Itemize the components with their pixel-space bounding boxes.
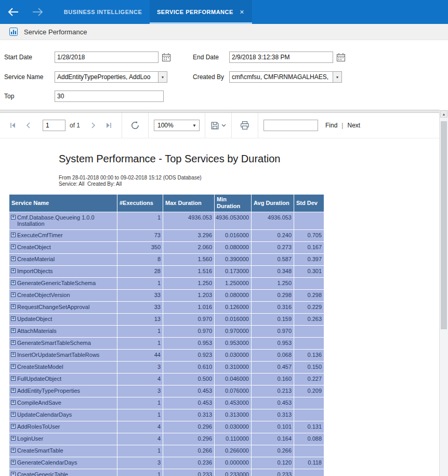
created-by-combobox[interactable]: cmf\cmfsu, CMF\RNMAGALHAES, ▼ [229, 71, 342, 83]
forward-arrow-icon [32, 7, 44, 17]
export-button[interactable] [210, 121, 226, 130]
expand-plus-icon[interactable]: + [11, 304, 16, 309]
vertical-scrollbar[interactable]: ▲ [439, 110, 448, 476]
start-date-input[interactable] [55, 52, 159, 63]
expand-plus-icon[interactable]: + [11, 280, 16, 285]
print-button[interactable] [237, 118, 253, 133]
cell-value: 0.313 [252, 409, 294, 421]
service-name: CreateSmartTable [17, 447, 63, 454]
report-viewer-toolbar: of 1 100% ▼ [0, 113, 439, 138]
expand-plus-icon[interactable]: + [11, 352, 16, 357]
expand-plus-icon[interactable]: + [11, 472, 16, 476]
cell-value: 1 [117, 278, 163, 290]
expand-plus-icon[interactable]: + [11, 292, 16, 297]
cell-value: 1.250000 [215, 278, 252, 290]
next-match-button[interactable]: Next [347, 122, 360, 129]
cell-value: 0.016000 [215, 314, 252, 326]
table-row: +GenerateGenericTableSchema11.2501.25000… [9, 278, 324, 290]
cell-value: 0.118 [294, 457, 324, 469]
find-button[interactable]: Find [325, 122, 337, 129]
scrollbar-thumb[interactable] [441, 121, 447, 329]
service-name: AttachMaterials [17, 328, 57, 334]
cell-value: 1 [117, 212, 163, 230]
tab-service-performance[interactable]: SERVICE PERFORMANCE ✕ [150, 0, 252, 24]
expand-plus-icon[interactable]: + [11, 412, 16, 417]
cell-value: 0.213 [252, 385, 294, 397]
service-name-cell: +Cmf.Database.Queueing 1.0.0 Installatio… [11, 214, 116, 227]
find-input[interactable] [263, 120, 318, 131]
service-name-cell: +GenerateCalendarDays [11, 459, 116, 466]
cell-value: 0.298 [294, 290, 324, 302]
chevron-down-icon[interactable]: ▼ [333, 72, 341, 82]
tab-business-intelligence[interactable]: BUSINESS INTELLIGENCE [56, 0, 150, 24]
previous-page-button[interactable] [21, 118, 36, 133]
expand-plus-icon[interactable]: + [11, 436, 16, 441]
forward-button[interactable] [29, 0, 47, 24]
expand-plus-icon[interactable]: + [11, 388, 16, 393]
last-page-button[interactable] [101, 118, 116, 133]
cell-value: 0.030000 [215, 421, 252, 433]
scroll-up-icon[interactable]: ▲ [440, 110, 447, 118]
first-page-button[interactable] [5, 118, 21, 133]
start-date-calendar-button[interactable] [161, 52, 172, 62]
cell-value: 0.233 [163, 469, 215, 476]
end-date-input[interactable] [229, 52, 333, 63]
expand-plus-icon[interactable]: + [11, 328, 16, 333]
service-name-combobox[interactable]: AddEntityTypeProperties, AddLoo ▼ [55, 71, 167, 83]
cell-value: 1.250 [252, 278, 294, 290]
close-icon[interactable]: ✕ [240, 9, 245, 16]
page-count-text: of 1 [70, 122, 80, 129]
cell-value: 0.316 [252, 302, 294, 314]
expand-plus-icon[interactable]: + [11, 233, 16, 237]
expand-plus-icon[interactable]: + [11, 460, 16, 465]
service-name-cell: +CreateMaterial [11, 256, 116, 262]
cell-value: 0.953000 [215, 338, 252, 350]
table-row: +AddEntityTypeProperties30.4530.0760000.… [9, 385, 324, 397]
cell-value: 0.266 [163, 445, 215, 457]
service-name: GenerateSmartTableSchema [17, 340, 91, 346]
expand-plus-icon[interactable]: + [11, 268, 16, 273]
cell-value: 0.970000 [215, 326, 252, 338]
expand-plus-icon[interactable]: + [11, 376, 16, 381]
chevron-left-icon [24, 121, 33, 130]
column-header: Avg Duration [252, 195, 294, 212]
expand-plus-icon[interactable]: + [11, 340, 16, 345]
report-table: Service Name#ExecutionsMax DurationMin D… [9, 194, 324, 476]
cell-value: 0.298 [252, 290, 294, 302]
refresh-button[interactable] [127, 118, 143, 133]
top-input[interactable] [55, 91, 164, 102]
table-row: +InsertOrUpdateSmartTableRows440.9230.03… [9, 350, 324, 362]
expand-plus-icon[interactable]: + [11, 245, 16, 249]
service-name-value: AddEntityTypeProperties, AddLoo [55, 72, 158, 82]
cell-value: 0.296 [163, 421, 215, 433]
expand-plus-icon[interactable]: + [11, 364, 16, 369]
last-page-icon [104, 121, 113, 130]
expand-plus-icon[interactable]: + [11, 316, 16, 321]
page-title: Service Performance [24, 28, 87, 36]
expand-plus-icon[interactable]: + [11, 448, 16, 453]
expand-plus-icon[interactable]: + [11, 256, 16, 261]
end-date-calendar-button[interactable] [336, 52, 346, 62]
cell-value: 73 [117, 230, 163, 242]
expand-plus-icon[interactable]: + [11, 215, 16, 220]
chevron-down-icon[interactable]: ▼ [158, 72, 167, 82]
cell-value: 0.227 [294, 374, 324, 385]
service-name-label: Service Name [4, 71, 43, 83]
next-page-button[interactable] [85, 118, 101, 133]
bar-chart-icon [9, 28, 18, 36]
service-name: CreateMaterial [17, 256, 55, 262]
expand-plus-icon[interactable]: + [11, 400, 16, 405]
report-title: System Performance - Top Services by Dur… [59, 153, 280, 165]
service-name-cell: +GenerateSmartTableSchema [11, 340, 116, 346]
cell-value: 0.088 [294, 433, 324, 445]
service-name-cell: +GenerateGenericTableSchema [11, 280, 116, 286]
cell-value: 1 [117, 326, 163, 338]
back-button[interactable] [4, 0, 22, 24]
page-number-input[interactable] [43, 120, 65, 131]
cell-value: 0.266000 [215, 445, 252, 457]
zoom-select[interactable]: 100% ▼ [154, 120, 200, 131]
expand-plus-icon[interactable]: + [11, 424, 16, 429]
column-header: Service Name [9, 195, 117, 212]
cell-value: 1 [117, 469, 163, 476]
service-name-cell: +CreateObject [11, 244, 116, 250]
